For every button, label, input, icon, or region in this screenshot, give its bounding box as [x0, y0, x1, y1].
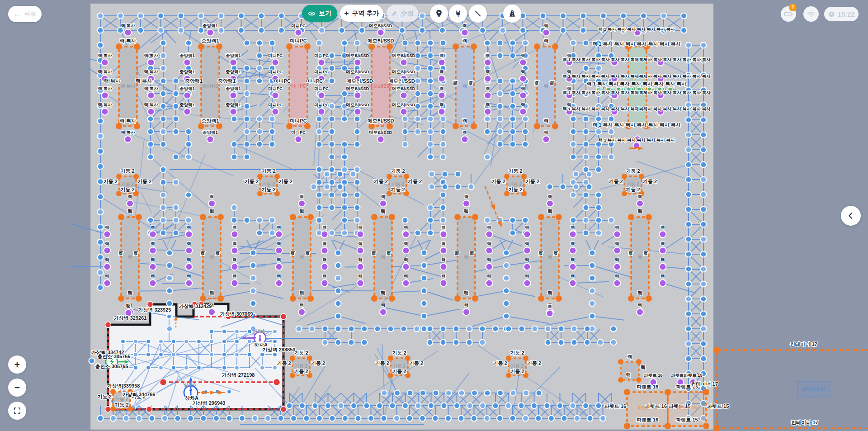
marker-dot[interactable]	[463, 309, 470, 316]
marker-dot[interactable]	[186, 280, 193, 287]
marker-dot[interactable]	[463, 200, 470, 207]
container-zone[interactable]	[717, 350, 868, 428]
marker-dot[interactable]	[272, 109, 279, 115]
marker-dot[interactable]	[208, 309, 215, 316]
marker-dot[interactable]	[660, 231, 666, 238]
marker-dot[interactable]	[230, 59, 237, 66]
add-zone-button[interactable]: + 구역 추가	[340, 5, 383, 22]
power-plug-button[interactable]	[449, 5, 467, 23]
marker-dot[interactable]	[186, 264, 193, 270]
marker-dot[interactable]	[208, 200, 215, 207]
marker-dot[interactable]	[148, 92, 155, 99]
marker-dot[interactable]	[547, 310, 553, 317]
marker-dot[interactable]	[520, 76, 527, 82]
marker-dot[interactable]	[660, 280, 666, 287]
marker-dot[interactable]	[184, 92, 191, 99]
marker-dot[interactable]	[524, 231, 531, 238]
fullscreen-button[interactable]	[8, 402, 26, 420]
marker-dot[interactable]	[298, 309, 305, 316]
marker-dot[interactable]	[486, 231, 493, 238]
marker-dot[interactable]	[184, 59, 191, 66]
marker-dot[interactable]	[357, 264, 364, 270]
marker-dot[interactable]	[637, 200, 643, 207]
marker-dot[interactable]	[485, 109, 491, 115]
marker-dot[interactable]	[295, 29, 302, 36]
marker-dot[interactable]	[231, 231, 238, 238]
marker-dot[interactable]	[440, 264, 447, 270]
marker-dot[interactable]	[439, 76, 445, 82]
marker-dot[interactable]	[354, 59, 361, 66]
marker-dot[interactable]	[321, 280, 328, 287]
marker-dot[interactable]	[403, 231, 410, 238]
marker-dot[interactable]	[440, 231, 447, 238]
marker-dot[interactable]	[127, 200, 133, 207]
marker-dot[interactable]	[318, 59, 325, 66]
marker-dot[interactable]	[486, 264, 493, 270]
marker-dot[interactable]	[104, 247, 111, 254]
marker-dot[interactable]	[439, 59, 445, 66]
marker-dot[interactable]	[570, 280, 576, 287]
marker-dot[interactable]	[321, 231, 328, 238]
marker-dot[interactable]	[543, 136, 550, 143]
map-canvas[interactable]: 랙 복사랙 복사랙 복사랙 복사랙 복사랙 복사랙 복사랙 복사랙 복사랙 복사…	[0, 0, 868, 431]
marker-dot[interactable]	[276, 231, 283, 238]
line-tool-button[interactable]	[469, 5, 487, 23]
zoom-out-button[interactable]: −	[8, 379, 26, 397]
marker-dot[interactable]	[380, 200, 387, 207]
marker-dot[interactable]	[276, 280, 283, 287]
marker-dot[interactable]	[357, 231, 364, 238]
marker-dot[interactable]	[186, 247, 193, 254]
marker-dot[interactable]	[485, 59, 491, 66]
marker-dot[interactable]	[543, 29, 550, 36]
marker-dot[interactable]	[354, 92, 361, 99]
marker-dot[interactable]	[150, 264, 156, 270]
marker-dot[interactable]	[439, 109, 445, 115]
marker-dot[interactable]	[485, 76, 491, 82]
marker-dot[interactable]	[403, 247, 410, 254]
marker-dot[interactable]	[524, 247, 531, 254]
marker-dot[interactable]	[231, 264, 238, 270]
marker-dot[interactable]	[230, 92, 237, 99]
marker-dot[interactable]	[104, 231, 111, 238]
marker-dot[interactable]	[298, 200, 305, 207]
marker-dot[interactable]	[401, 109, 407, 115]
marker-dot[interactable]	[102, 109, 108, 115]
marker-dot[interactable]	[321, 247, 328, 254]
marker-dot[interactable]	[148, 59, 155, 66]
marker-dot[interactable]	[614, 280, 621, 287]
marker-dot[interactable]	[401, 59, 407, 66]
zoom-in-button[interactable]: +	[8, 355, 26, 374]
marker-dot[interactable]	[102, 59, 108, 66]
marker-dot[interactable]	[462, 29, 468, 36]
marker-dot[interactable]	[520, 109, 527, 115]
wifi-status[interactable]	[803, 6, 819, 22]
marker-dot[interactable]	[150, 247, 156, 254]
marker-dot[interactable]	[637, 309, 643, 316]
marker-dot[interactable]	[272, 92, 279, 99]
collapse-panel-button[interactable]	[841, 206, 861, 226]
marker-dot[interactable]	[272, 59, 279, 66]
view-mode-button[interactable]: 보기	[302, 5, 337, 22]
marker-dot[interactable]	[230, 109, 237, 115]
marker-dot[interactable]	[439, 92, 445, 99]
marker-dot[interactable]	[318, 109, 325, 115]
marker-dot[interactable]	[104, 280, 111, 287]
marker-dot[interactable]	[102, 92, 108, 99]
marker-dot[interactable]	[377, 29, 384, 36]
marker-dot[interactable]	[570, 264, 576, 270]
marker-dot[interactable]	[125, 136, 132, 143]
marker-dot[interactable]	[380, 309, 387, 316]
marker-dot[interactable]	[486, 247, 493, 254]
marker-dot[interactable]	[186, 231, 193, 238]
marker-dot[interactable]	[462, 136, 468, 143]
marker-dot[interactable]	[125, 29, 132, 36]
marker-dot[interactable]	[357, 280, 364, 287]
marker-dot[interactable]	[570, 231, 576, 238]
location-pin-button[interactable]	[430, 5, 448, 23]
marker-dot[interactable]	[524, 264, 531, 270]
marker-dot[interactable]	[148, 109, 155, 115]
marker-dot[interactable]	[276, 264, 283, 270]
marker-dot[interactable]	[660, 247, 666, 254]
marker-dot[interactable]	[401, 92, 407, 99]
marker-dot[interactable]	[440, 247, 447, 254]
